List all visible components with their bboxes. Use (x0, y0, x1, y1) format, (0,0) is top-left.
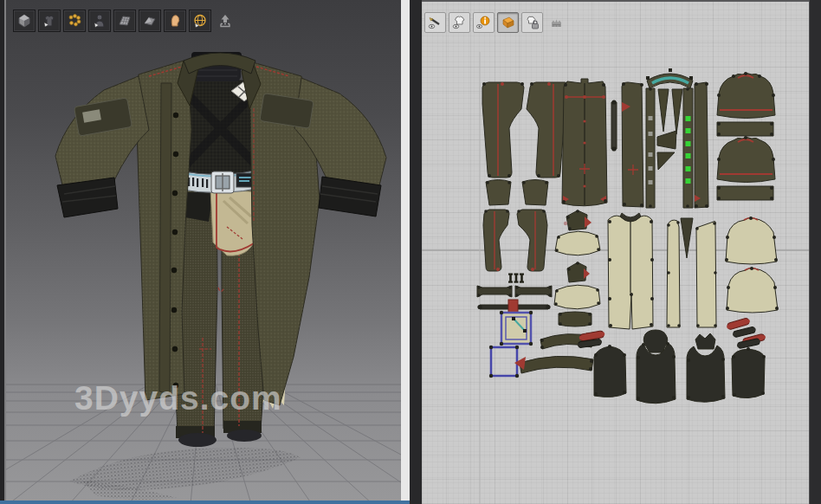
globe-icon (192, 13, 208, 29)
lock-pattern-icon (524, 15, 540, 30)
bottom-accent-line (0, 501, 410, 504)
garment-shadow (68, 437, 302, 500)
show-pattern-shirt-button[interactable] (449, 12, 470, 33)
avatar-icon (92, 13, 107, 29)
box-icon (16, 13, 32, 29)
pattern-2d-panel[interactable] (422, 0, 809, 504)
pattern-piece-lining-sleeve-cap-2[interactable] (726, 267, 779, 313)
mesh-plane-icon (117, 13, 133, 29)
fabric-plane-icon (142, 13, 158, 29)
pattern-piece-coat-back[interactable] (562, 79, 607, 206)
pattern-piece-tank-top-1[interactable] (594, 345, 626, 397)
pattern-piece-collar-band[interactable] (646, 68, 693, 88)
pattern-piece-collar-stand-2[interactable] (567, 262, 590, 282)
fabric-swatch-icon (500, 15, 516, 30)
toolbar-3d (13, 10, 236, 32)
pattern-piece-lining-sleeve-cap-1[interactable] (725, 216, 778, 264)
lock-pattern-button[interactable] (521, 12, 543, 33)
toolbar-2d (424, 12, 567, 33)
pattern-piece-sleeve-top-1[interactable] (717, 72, 775, 119)
pattern-piece-placket-right[interactable] (683, 87, 693, 208)
pattern-piece-gusset-wedge-2[interactable] (657, 152, 675, 170)
pattern-piece-belt-strap-1[interactable] (477, 286, 512, 297)
show-pattern-shirt-icon (451, 15, 468, 30)
viewport-3d-panel: 3Dyyds.com (0, 0, 410, 504)
pattern-piece-narrow-strip[interactable] (611, 100, 617, 151)
pattern-piece-cuff-2[interactable] (717, 186, 773, 200)
fabric-swatch-button[interactable] (497, 12, 519, 33)
left-edge-strip (0, 0, 6, 504)
pattern-piece-trouser-ankle-right[interactable] (522, 180, 548, 206)
head-button[interactable] (164, 10, 186, 32)
trim-crown-button[interactable] (546, 12, 567, 33)
show-info-icon (475, 15, 492, 30)
panel-divider[interactable] (410, 0, 422, 504)
garment-3d[interactable] (55, 52, 386, 447)
left-sleeve[interactable] (55, 76, 149, 217)
pattern-piece-blue-square[interactable] (489, 346, 519, 378)
box-icon-button[interactable] (13, 10, 36, 32)
pattern-piece-lapel-triangle-2[interactable] (672, 89, 682, 134)
pattern-canvas (422, 2, 809, 504)
pattern-piece-collar-curve-1[interactable] (555, 231, 600, 255)
fabric-plane-button[interactable] (139, 10, 161, 32)
pattern-piece-curved-waistband-2[interactable] (514, 356, 593, 373)
right-edge-strip (809, 0, 821, 504)
garment-editor-window: 3Dyyds.com (0, 0, 821, 504)
garment-shirt-button[interactable] (38, 10, 61, 32)
pattern-piece-lining-side-1[interactable] (667, 218, 693, 327)
show-info-button[interactable] (473, 12, 495, 33)
pattern-piece-trouser-ankle-left[interactable] (486, 180, 511, 206)
bead-chain-button[interactable] (63, 10, 86, 32)
garment-shirt-icon (42, 13, 57, 29)
pattern-piece-lining-side-2[interactable] (695, 222, 717, 328)
bead-chain-icon (67, 13, 82, 29)
pattern-piece-cuff-1[interactable] (717, 122, 773, 136)
pattern-piece-trouser-front-left[interactable] (482, 82, 524, 178)
globe-button[interactable] (189, 10, 211, 32)
mesh-plane-button[interactable] (113, 10, 136, 32)
pattern-piece-tank-top-2[interactable] (637, 330, 676, 404)
pattern-piece-tank-top-3[interactable] (687, 333, 725, 402)
pattern-piece-tank-top-4[interactable] (732, 347, 766, 398)
pattern-piece-trouser-back-right[interactable] (517, 210, 547, 271)
pattern-piece-collar-stand-1[interactable] (564, 210, 592, 230)
viewport-3d-canvas[interactable] (6, 0, 401, 504)
pattern-piece-trouser-back-left[interactable] (483, 210, 509, 271)
pattern-piece-belt-strap-2[interactable] (515, 286, 552, 297)
pattern-piece-lining-vest[interactable] (608, 213, 654, 329)
pattern-piece-coat-front-left[interactable] (622, 82, 643, 207)
avatar-button[interactable] (88, 10, 111, 32)
pattern-piece-sleeve-top-2[interactable] (717, 136, 775, 183)
pattern-piece-coat-front-right[interactable] (695, 82, 708, 208)
pattern-piece-lapel-triangle-1[interactable] (658, 89, 669, 132)
pattern-piece-framed-square[interactable] (500, 311, 533, 346)
scene-3d (6, 0, 401, 504)
pattern-piece-gusset-wedge-1[interactable] (657, 131, 676, 149)
import-arrow-icon (217, 13, 233, 29)
head-icon (167, 13, 183, 29)
show-stitch-pen-button[interactable] (424, 12, 446, 33)
pattern-piece-bar-tacks[interactable] (508, 274, 524, 283)
show-stitch-pen-icon (427, 15, 443, 30)
trim-crown-icon (548, 15, 565, 30)
import-arrow-button[interactable] (214, 10, 236, 32)
pattern-piece-placket-left[interactable] (646, 87, 655, 208)
pattern-piece-collar-curve-2[interactable] (554, 285, 600, 309)
pattern-piece-pocket-rectangle[interactable] (559, 312, 592, 326)
